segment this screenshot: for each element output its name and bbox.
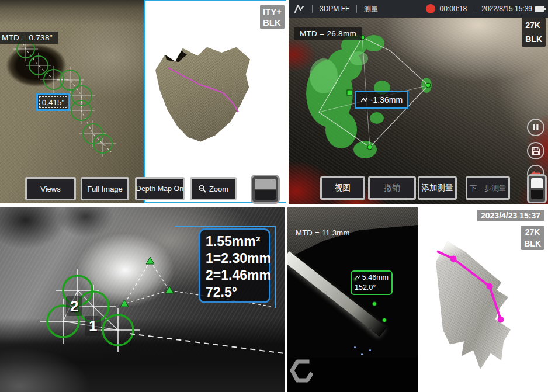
badge-line: 27K [525, 18, 542, 32]
toggle-bottom-pane [531, 190, 543, 200]
length1-result: 1=2.30mm [206, 250, 263, 267]
next-measurement-button-cn[interactable]: 下一步测量 [466, 176, 510, 200]
length-angle-result-box[interactable]: 5.46mm 152.0° [351, 270, 393, 295]
panel-metric-measurement: 3DPM FF 测量 00:00:18 2022/8/15 15:39 [289, 0, 548, 204]
panel-inch-measurement: MTD = 0.738" 0.415" ITY+ BLK Views Full … [0, 0, 286, 204]
reflection-dot [354, 346, 356, 348]
depth-map-button[interactable]: Depth Map On [135, 177, 185, 200]
angle-result: 72.5° [206, 284, 263, 301]
split-screen-toggle[interactable] [251, 175, 280, 204]
point-cloud-view[interactable]: 2023/4/23 15:37 27K BLK [418, 207, 548, 392]
pause-button[interactable] [527, 119, 544, 136]
vendor-logo-icon [290, 358, 313, 384]
panel-area-angle-measurement: 2 1 1.55mm² 1=2.30mm 2=1.46mm 72.5° [0, 207, 285, 392]
live-inspection-image: MTD = 0.738" 0.415" [0, 0, 144, 203]
mtd-readout: MTD = 0.738" [0, 32, 58, 44]
mtd-readout: MTD = 11.3mm [296, 228, 350, 237]
angle-value: 152.0° [355, 283, 389, 293]
magnifier-icon [198, 185, 206, 193]
length2-result: 2=1.46mm [206, 267, 263, 284]
area-result: 1.55mm² [206, 233, 263, 250]
views-button[interactable]: Views [25, 177, 76, 200]
menu-tab-label[interactable]: 测量 [364, 4, 378, 14]
views-button-cn[interactable]: 视图 [320, 176, 365, 200]
screenshot-canvas: MTD = 0.738" 0.415" ITY+ BLK Views Full … [0, 0, 548, 392]
undo-button-cn[interactable]: 撤销 [368, 176, 416, 200]
depth-measure-icon [360, 96, 368, 103]
image-mode-badge: ITY+ BLK [260, 5, 285, 29]
timestamp-badge: 2023/4/23 15:37 [477, 210, 544, 221]
depth-result-box[interactable]: -1.36mm [355, 91, 408, 109]
save-button[interactable] [527, 142, 544, 159]
length-value: 5.46mm [362, 273, 389, 283]
angle-cursor-points[interactable] [120, 257, 174, 307]
measurement-cursor-point[interactable] [382, 318, 387, 322]
multi-segment-measurement-overlay [0, 0, 144, 203]
divider [356, 5, 357, 13]
pause-icon [532, 124, 539, 131]
toggle-bottom-pane [255, 190, 276, 200]
panel-length-angle-measurement: MTD = 11.3mm 5.46mm 152.0° [287, 207, 548, 392]
badge-line: BLK [525, 32, 542, 46]
status-bar: 3DPM FF 测量 00:00:18 2022/8/15 15:39 [289, 0, 548, 18]
add-measurement-button-cn[interactable]: 添加测量 [418, 176, 457, 200]
profile-line-overlay [145, 1, 286, 202]
reflection-dot [369, 349, 371, 351]
zoom-button[interactable]: Zoom [190, 177, 237, 200]
battery-icon [535, 6, 544, 12]
blade-inspection-image: MTD = 11.3mm 5.46mm 152.0° [287, 207, 418, 392]
point-cloud-view[interactable]: ITY+ BLK [144, 0, 286, 203]
split-screen-toggle[interactable] [527, 174, 547, 203]
divider [474, 5, 474, 13]
badge-line: ITY+ [263, 6, 282, 17]
length-measure-icon [355, 275, 360, 281]
toggle-top-pane [531, 178, 543, 188]
temperature-mode-badge: 27K BLK [521, 226, 544, 250]
mtd-readout: MTD = 26.8mm [294, 27, 362, 40]
badge-line: BLK [263, 17, 282, 28]
reflection-dot [361, 353, 363, 355]
measurement-cursor-point[interactable] [372, 301, 377, 306]
temperature-mode-badge: 27K BLK [522, 18, 546, 47]
datetime-label: 2022/8/15 15:39 [481, 5, 532, 13]
cursor-label-1: 1 [85, 316, 101, 336]
brand-logo-icon [293, 4, 305, 14]
depth-value: -1.36mm [370, 95, 403, 105]
record-indicator-icon [426, 4, 435, 13]
measure-mode-label: 3DPM FF [320, 5, 349, 13]
zoom-button-label: Zoom [209, 185, 228, 193]
full-image-button[interactable]: Full Image [81, 177, 129, 200]
save-icon [532, 147, 540, 155]
length-result-box[interactable]: 0.415" [36, 93, 70, 111]
cursor-label-2: 2 [66, 296, 82, 316]
divider [312, 5, 313, 13]
record-time: 00:00:18 [440, 5, 467, 13]
measurement-results-box[interactable]: 1.55mm² 1=2.30mm 2=1.46mm 72.5° [199, 228, 270, 303]
toggle-top-pane [255, 179, 276, 189]
badge-line: BLK [524, 238, 541, 249]
badge-line: 27K [524, 226, 541, 238]
